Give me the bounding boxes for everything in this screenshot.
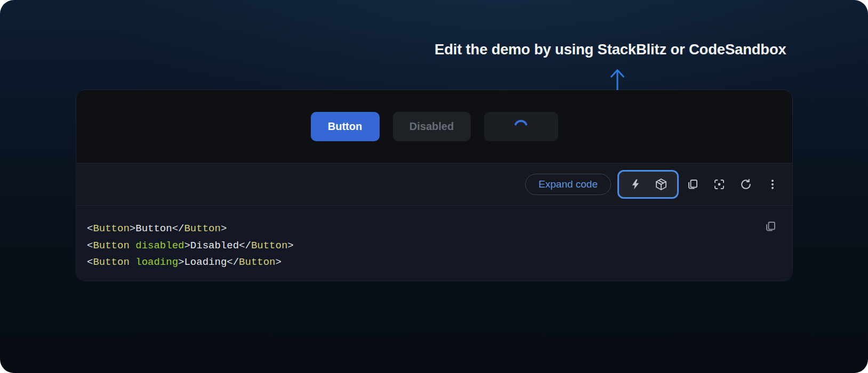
loading-spinner-icon [513, 119, 528, 134]
expand-code-button[interactable]: Expand code [525, 174, 611, 195]
primary-button[interactable]: Button [311, 112, 380, 141]
code-token: loading [135, 256, 178, 268]
code-token: Button [239, 256, 275, 268]
copy-demo-button[interactable] [686, 178, 699, 191]
copy-code-button[interactable] [763, 220, 777, 233]
demo-card: Button Disabled Expand code [76, 90, 793, 281]
stackblitz-button[interactable] [629, 178, 642, 191]
code-token: Loading [184, 256, 227, 268]
code-token: disabled [135, 240, 184, 252]
code-token: > [276, 256, 282, 268]
more-vertical-icon [766, 178, 779, 191]
page-background: Edit the demo by using StackBlitz or Cod… [0, 0, 868, 373]
code-block: <Button>Button</Button><Button disabled>… [76, 206, 792, 281]
copy-icon [764, 220, 777, 233]
code-lines: <Button>Button</Button><Button disabled>… [87, 221, 782, 271]
codesandbox-button[interactable] [655, 178, 668, 191]
code-token: </ [239, 240, 251, 252]
annotation-label: Edit the demo by using StackBlitz or Cod… [435, 41, 786, 58]
disabled-button[interactable]: Disabled [393, 112, 471, 141]
center-focus-icon [713, 178, 726, 191]
code-token: </ [227, 256, 239, 268]
code-token: Disabled [190, 240, 239, 252]
code-token: > [178, 256, 184, 268]
center-focus-button[interactable] [713, 178, 726, 191]
copy-icon [686, 178, 699, 191]
code-token: > [130, 223, 135, 234]
code-token: Button [184, 223, 220, 234]
codesandbox-icon [655, 178, 668, 191]
loading-button[interactable] [484, 112, 558, 141]
code-token: Button [93, 240, 129, 252]
code-token: Button [135, 223, 172, 234]
code-token: < [87, 256, 93, 268]
code-line: <Button>Button</Button> [87, 221, 782, 238]
code-token: > [221, 223, 227, 234]
code-token [130, 240, 135, 252]
code-token: < [87, 223, 93, 234]
code-token: > [184, 240, 190, 252]
code-token: Button [93, 223, 129, 234]
refresh-icon [740, 178, 752, 191]
code-line: <Button disabled>Disabled</Button> [87, 238, 782, 255]
sandbox-highlight-box [617, 170, 679, 199]
refresh-button[interactable] [740, 178, 752, 191]
stackblitz-icon [630, 179, 641, 190]
code-token: Button [93, 256, 129, 268]
code-token: Button [251, 240, 287, 252]
code-token: > [287, 240, 293, 252]
code-line: <Button loading>Loading</Button> [87, 254, 782, 271]
demo-toolbar: Expand code [76, 163, 792, 206]
more-menu-button[interactable] [766, 178, 779, 191]
demo-preview: Button Disabled [76, 90, 792, 163]
code-token [130, 256, 135, 268]
code-token: < [87, 240, 93, 252]
code-token: </ [172, 223, 184, 234]
